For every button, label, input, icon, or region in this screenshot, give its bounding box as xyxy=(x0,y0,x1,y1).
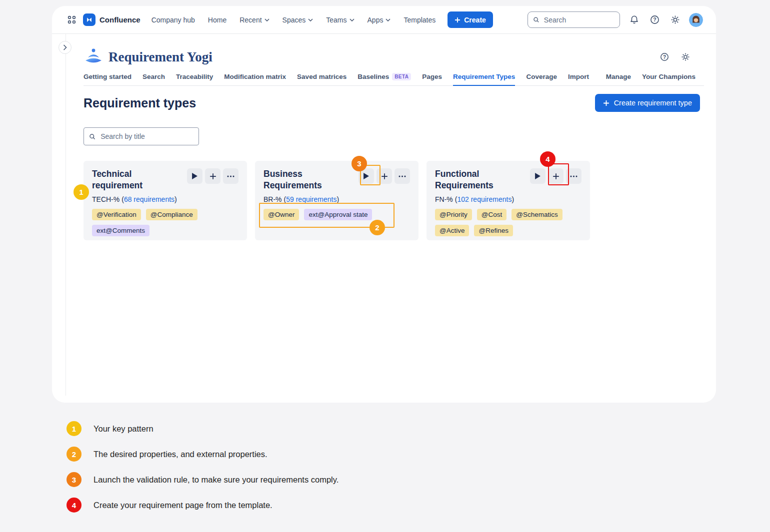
tab-saved-matrices[interactable]: Saved matrices xyxy=(297,73,346,86)
card-technical-requirement: Technical requirement TECH-%68 requireme… xyxy=(84,161,247,240)
legend-text-2: The desired properties, and external pro… xyxy=(94,450,268,459)
tab-coverage[interactable]: Coverage xyxy=(526,73,557,86)
tab-your-champions[interactable]: Your Champions xyxy=(642,73,696,86)
notifications-bell-icon[interactable] xyxy=(628,13,640,26)
property-tag: @Owner xyxy=(264,209,299,220)
nav-apps[interactable]: Apps xyxy=(368,16,391,24)
nav-teams[interactable]: Teams xyxy=(326,16,354,24)
annotation-badge-1: 1 xyxy=(74,184,89,200)
app-title: Requirement Yogi xyxy=(108,49,212,65)
property-tags: @Verification @Compliance ext@Comments xyxy=(92,209,238,236)
filter-search[interactable] xyxy=(84,127,199,145)
property-tag: ext@Comments xyxy=(92,225,150,236)
property-tag: @Priority xyxy=(435,209,472,220)
plus-icon xyxy=(381,173,388,180)
sidebar-divider xyxy=(66,34,66,396)
card-business-requirements: Business Requirements BR-%59 requirement… xyxy=(255,161,418,240)
key-pattern: BR-%59 requirements xyxy=(264,195,410,203)
requirements-count-link[interactable]: 59 requirements xyxy=(286,195,336,203)
play-icon xyxy=(192,173,198,179)
svg-text:?: ? xyxy=(663,54,666,60)
global-create-button[interactable]: Create xyxy=(448,11,493,28)
requirements-count-link[interactable]: 102 requirements xyxy=(457,195,512,203)
nav-recent[interactable]: Recent xyxy=(240,16,269,24)
app-help-icon[interactable]: ? xyxy=(658,50,671,63)
key-pattern: FN-%102 requirements xyxy=(435,195,582,203)
product-name: Confluence xyxy=(100,15,140,24)
top-navigation: Confluence Company hub Home Recent Space… xyxy=(52,6,716,34)
app-tab-bar: Getting started Search Traceability Modi… xyxy=(84,73,704,86)
create-requirement-type-button[interactable]: Create requirement type xyxy=(595,94,700,112)
tab-modification-matrix[interactable]: Modification matrix xyxy=(224,73,286,86)
plus-icon xyxy=(454,17,460,23)
create-page-button[interactable] xyxy=(548,168,564,184)
legend-item-3: 3 Launch the validation rule, to make su… xyxy=(66,472,338,487)
help-icon[interactable]: ? xyxy=(648,13,661,26)
filter-search-input[interactable] xyxy=(100,132,194,141)
annotation-badge-4: 4 xyxy=(540,151,556,167)
requirement-yogi-header: Requirement Yogi ? xyxy=(84,47,704,67)
annotation-badge-2: 2 xyxy=(370,220,385,235)
global-search-input[interactable] xyxy=(543,15,614,24)
nav-company-hub[interactable]: Company hub xyxy=(152,16,195,24)
nav-spaces[interactable]: Spaces xyxy=(282,16,314,24)
search-icon xyxy=(533,16,540,23)
ellipsis-icon xyxy=(570,175,578,177)
app-settings-gear-icon[interactable] xyxy=(679,50,692,63)
tab-baselines[interactable]: Baselines BETA xyxy=(358,73,411,86)
legend-badge-2: 2 xyxy=(66,447,82,462)
global-search[interactable] xyxy=(528,11,620,28)
tab-pages[interactable]: Pages xyxy=(422,73,442,86)
run-validation-button[interactable] xyxy=(530,168,546,184)
card-title: Business Requirements xyxy=(264,168,348,191)
key-pattern: TECH-%68 requirements xyxy=(92,195,238,203)
tab-requirement-types[interactable]: Requirement Types xyxy=(453,73,515,86)
more-actions-button[interactable] xyxy=(223,168,238,184)
property-tag: @Compliance xyxy=(146,209,198,220)
create-page-button[interactable] xyxy=(205,168,220,184)
legend-badge-1: 1 xyxy=(66,421,82,436)
more-actions-button[interactable] xyxy=(566,168,582,184)
annotation-badge-3: 3 xyxy=(352,156,367,171)
ellipsis-icon xyxy=(398,175,406,177)
play-icon xyxy=(364,173,369,179)
play-icon xyxy=(535,173,540,179)
tab-traceability[interactable]: Traceability xyxy=(176,73,213,86)
beta-badge: BETA xyxy=(392,73,411,80)
legend-text-4: Create your requirement page from the te… xyxy=(94,501,272,510)
app-switcher-icon[interactable] xyxy=(65,13,78,26)
card-functional-requirements: Functional Requirements FN-%102 requirem… xyxy=(426,161,590,240)
user-avatar[interactable] xyxy=(689,13,703,27)
confluence-window: Confluence Company hub Home Recent Space… xyxy=(52,6,716,403)
tab-search[interactable]: Search xyxy=(142,73,165,86)
search-icon xyxy=(89,133,96,140)
property-tags: @Owner ext@Approval state xyxy=(264,209,410,220)
confluence-home-link[interactable]: Confluence xyxy=(83,13,140,26)
nav-home[interactable]: Home xyxy=(208,16,226,24)
page-background: Confluence Company hub Home Recent Space… xyxy=(0,0,770,532)
requirement-type-cards: Technical requirement TECH-%68 requireme… xyxy=(84,161,704,240)
tab-manage[interactable]: Manage xyxy=(606,73,631,86)
plus-icon xyxy=(210,173,216,180)
run-validation-button[interactable] xyxy=(187,168,202,184)
tab-import[interactable]: Import xyxy=(568,73,589,86)
legend-text-3: Launch the validation rule, to make sure… xyxy=(94,475,338,485)
card-title: Technical requirement xyxy=(92,168,176,191)
requirement-yogi-logo xyxy=(84,48,104,66)
nav-templates[interactable]: Templates xyxy=(404,16,436,24)
expand-sidebar-button[interactable] xyxy=(58,41,72,54)
property-tag: @Active xyxy=(435,225,469,236)
legend-badge-4: 4 xyxy=(66,498,82,513)
card-title: Functional Requirements xyxy=(435,168,519,191)
chevron-down-icon xyxy=(264,18,270,21)
property-tag: @Refines xyxy=(474,225,512,236)
create-page-button[interactable] xyxy=(376,168,392,184)
more-actions-button[interactable] xyxy=(394,168,410,184)
tab-getting-started[interactable]: Getting started xyxy=(84,73,132,86)
legend-item-2: 2 The desired properties, and external p… xyxy=(66,447,338,462)
chevron-down-icon xyxy=(308,18,313,21)
annotation-legend: 1 Your key pattern 2 The desired propert… xyxy=(66,421,338,513)
chevron-down-icon xyxy=(386,18,390,21)
settings-gear-icon[interactable] xyxy=(668,13,682,26)
requirements-count-link[interactable]: 68 requirements xyxy=(124,195,174,203)
